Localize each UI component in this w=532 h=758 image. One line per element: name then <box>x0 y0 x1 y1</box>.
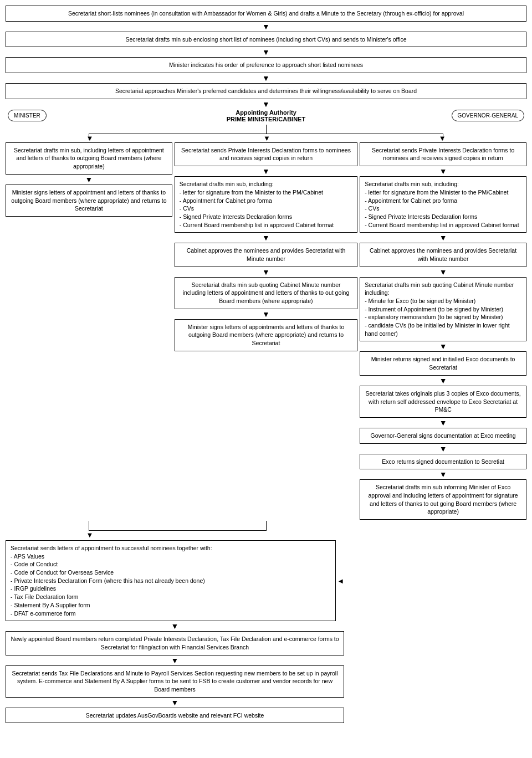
arrow-4 <box>6 99 526 109</box>
right-arrow2 <box>439 233 447 243</box>
top-box-3: Minister indicates his order of preferen… <box>6 57 526 73</box>
col-governor-general: Secretariat sends Private Interests Decl… <box>360 142 526 520</box>
center-box1: Secretariat sends Private Interests Decl… <box>175 142 357 166</box>
right-box7: Governor-General signs documentation at … <box>360 428 526 444</box>
minister-label: MINISTER <box>8 110 47 121</box>
right-box4: Secretariat drafts min sub quoting Cabin… <box>360 277 526 342</box>
right-arrow8 <box>439 469 447 479</box>
center-arrow2 <box>262 233 270 243</box>
authority-subtitle: PRIME MINISTER/CABINET <box>172 116 360 122</box>
col-minister: Secretariat drafts min sub, including le… <box>6 142 172 520</box>
top-box-2: Secretariat drafts min sub enclosing sho… <box>6 32 526 48</box>
left-arrow-indicator: ◄ <box>337 577 344 585</box>
center-box2: Secretariat drafts min sub, including: -… <box>175 176 357 233</box>
right-box3: Cabinet approves the nominees and provid… <box>360 243 526 267</box>
bottom-box2: Newly appointed Board members return com… <box>6 631 344 655</box>
col-pm-cabinet: Secretariat sends Private Interests Decl… <box>172 142 360 520</box>
right-arrow4 <box>439 341 447 351</box>
arrow-3 <box>6 73 526 83</box>
center-box5: Minister signs letters of appointments a… <box>175 319 357 351</box>
bottom-arrow3 <box>171 698 179 708</box>
left-box1: Secretariat drafts min sub, including le… <box>6 142 172 175</box>
center-arrow1 <box>262 166 270 176</box>
bottom-box3: Secretariat sends Tax File Declarations … <box>6 665 344 698</box>
right-box5: Minister returns signed and initialled E… <box>360 351 526 375</box>
arrow-2 <box>6 47 526 57</box>
bottom-arrow1 <box>171 621 179 631</box>
right-box2: Secretariat drafts min sub, including: -… <box>360 176 526 233</box>
right-arrow7 <box>439 444 447 454</box>
governor-label: GOVERNOR-GENERAL <box>452 110 524 121</box>
flowchart: Secretariat short-lists nominees (in con… <box>6 6 526 723</box>
top-box-4: Secretariat approaches Minister's prefer… <box>6 83 526 99</box>
top-box-1: Secretariat short-lists nominees (in con… <box>6 6 526 22</box>
right-arrow1 <box>439 166 447 176</box>
right-arrow6 <box>439 418 447 428</box>
right-arrow5 <box>439 376 447 386</box>
right-box6: Secretariat takes originals plus 3 copie… <box>360 386 526 418</box>
center-arrow3 <box>262 267 270 277</box>
center-box4: Secretariat drafts min sub quoting Cabin… <box>175 277 357 309</box>
authority-title: Appointing Authority <box>172 109 360 116</box>
right-box1: Secretariat sends Private Interests Decl… <box>360 142 526 166</box>
right-arrow3 <box>439 267 447 277</box>
bottom-box4: Secretariat updates AusGovBoards website… <box>6 708 344 724</box>
three-col-section: Secretariat drafts min sub, including le… <box>6 142 526 520</box>
bottom-main-box: Secretariat sends letters of appointment… <box>6 540 336 621</box>
bottom-arrow2 <box>171 655 179 665</box>
arrow-1 <box>6 22 526 32</box>
left-arrow1 <box>85 175 93 185</box>
center-arrow4 <box>262 309 270 319</box>
right-box8: Exco returns signed documentation to Sec… <box>360 454 526 470</box>
center-box3: Cabinet approves the nominees and provid… <box>175 243 357 267</box>
right-box9: Secretariat drafts min sub informing Min… <box>360 479 526 520</box>
left-box2: Minister signs letters of appointment an… <box>6 185 172 217</box>
